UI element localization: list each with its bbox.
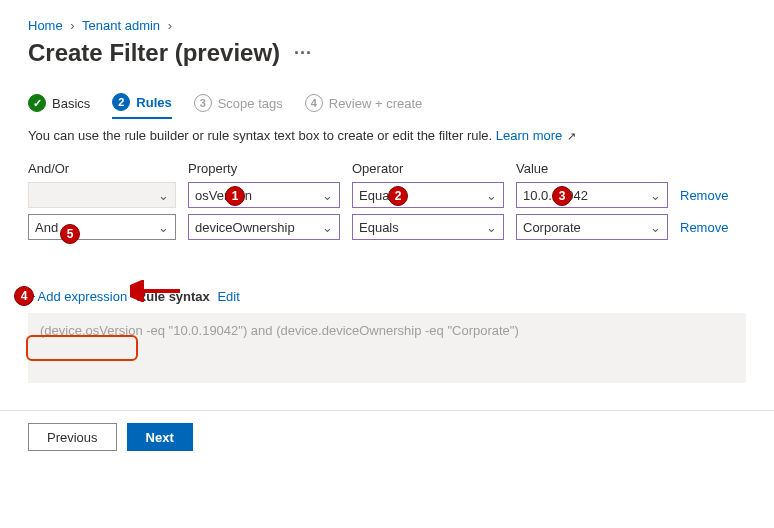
wizard-steps: ✓ Basics 2 Rules 3 Scope tags 4 Review +… xyxy=(28,93,746,120)
value-select[interactable]: Corporate⌄ xyxy=(516,214,668,240)
add-expression-link[interactable]: + Add expression xyxy=(28,289,127,304)
step-scope-tags[interactable]: 3 Scope tags xyxy=(194,94,283,118)
col-operator: Operator xyxy=(352,161,504,176)
rule-grid-header: And/Or Property Operator Value xyxy=(28,161,746,176)
breadcrumb: Home › Tenant admin › xyxy=(28,18,746,33)
rule-row: And⌄ deviceOwnership⌄ Equals⌄ Corporate⌄… xyxy=(28,214,746,240)
chevron-right-icon: › xyxy=(168,18,172,33)
step-number-icon: 4 xyxy=(305,94,323,112)
col-andor: And/Or xyxy=(28,161,176,176)
remove-row-link[interactable]: Remove xyxy=(680,188,746,203)
next-button[interactable]: Next xyxy=(127,423,193,451)
page-title: Create Filter (preview) ··· xyxy=(28,39,746,67)
chevron-down-icon: ⌄ xyxy=(322,188,333,203)
rule-syntax-edit-link[interactable]: Edit xyxy=(217,289,239,304)
annotation-4: 4 xyxy=(14,286,34,306)
check-icon: ✓ xyxy=(28,94,46,112)
rule-syntax-textbox: (device.osVersion -eq "10.0.19042") and … xyxy=(28,313,746,383)
property-select[interactable]: osVersion⌄ xyxy=(188,182,340,208)
value-select[interactable]: 10.0.19042⌄ xyxy=(516,182,668,208)
chevron-down-icon: ⌄ xyxy=(158,188,169,203)
step-label: Rules xyxy=(136,95,171,110)
step-number-icon: 3 xyxy=(194,94,212,112)
step-label: Basics xyxy=(52,96,90,111)
annotation-1: 1 xyxy=(225,186,245,206)
step-label: Scope tags xyxy=(218,96,283,111)
rule-syntax-header: Rule syntax Edit xyxy=(131,286,246,307)
chevron-down-icon: ⌄ xyxy=(322,220,333,235)
col-property: Property xyxy=(188,161,340,176)
external-link-icon: ↗ xyxy=(564,130,576,142)
wizard-footer: Previous Next xyxy=(0,410,774,463)
previous-button[interactable]: Previous xyxy=(28,423,117,451)
chevron-right-icon: › xyxy=(70,18,74,33)
remove-row-link[interactable]: Remove xyxy=(680,220,746,235)
chevron-down-icon: ⌄ xyxy=(486,188,497,203)
col-value: Value xyxy=(516,161,668,176)
breadcrumb-home[interactable]: Home xyxy=(28,18,63,33)
chevron-down-icon: ⌄ xyxy=(486,220,497,235)
step-label: Review + create xyxy=(329,96,423,111)
rule-syntax-label: Rule syntax xyxy=(137,289,210,304)
learn-more-link[interactable]: Learn more xyxy=(496,128,562,143)
step-basics[interactable]: ✓ Basics xyxy=(28,94,90,118)
andor-select[interactable]: ⌄ xyxy=(28,182,176,208)
annotation-2: 2 xyxy=(388,186,408,206)
operator-select[interactable]: Equals⌄ xyxy=(352,182,504,208)
annotation-3: 3 xyxy=(552,186,572,206)
chevron-down-icon: ⌄ xyxy=(158,220,169,235)
annotation-5: 5 xyxy=(60,224,80,244)
intro-text: You can use the rule builder or rule syn… xyxy=(28,128,746,143)
operator-select[interactable]: Equals⌄ xyxy=(352,214,504,240)
more-icon[interactable]: ··· xyxy=(294,43,312,64)
step-number-icon: 2 xyxy=(112,93,130,111)
property-select[interactable]: deviceOwnership⌄ xyxy=(188,214,340,240)
chevron-down-icon: ⌄ xyxy=(650,188,661,203)
breadcrumb-tenant-admin[interactable]: Tenant admin xyxy=(82,18,160,33)
step-rules[interactable]: 2 Rules xyxy=(112,93,171,119)
andor-select[interactable]: And⌄ xyxy=(28,214,176,240)
step-review-create[interactable]: 4 Review + create xyxy=(305,94,423,118)
chevron-down-icon: ⌄ xyxy=(650,220,661,235)
rule-row: ⌄ osVersion⌄ Equals⌄ 10.0.19042⌄ Remove xyxy=(28,182,746,208)
